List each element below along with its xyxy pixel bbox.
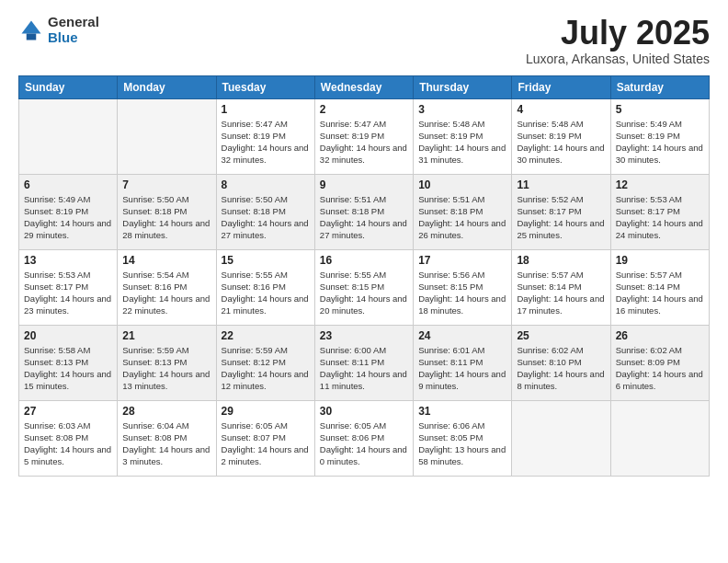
table-row: 1Sunrise: 5:47 AM Sunset: 8:19 PM Daylig… [216,98,314,174]
day-info: Sunrise: 5:53 AM Sunset: 8:17 PM Dayligh… [24,269,112,317]
table-row: 18Sunrise: 5:57 AM Sunset: 8:14 PM Dayli… [512,249,610,325]
day-number: 1 [222,103,310,116]
day-info: Sunrise: 5:49 AM Sunset: 8:19 PM Dayligh… [616,118,704,167]
day-number: 23 [320,329,408,342]
day-number: 12 [616,178,704,191]
calendar-week-row: 27Sunrise: 6:03 AM Sunset: 8:08 PM Dayli… [19,400,710,476]
day-info: Sunrise: 5:59 AM Sunset: 8:12 PM Dayligh… [222,344,310,393]
day-info: Sunrise: 6:02 AM Sunset: 8:09 PM Dayligh… [616,344,704,393]
table-row: 22Sunrise: 5:59 AM Sunset: 8:12 PM Dayli… [216,325,314,400]
table-row: 7Sunrise: 5:50 AM Sunset: 8:18 PM Daylig… [118,174,216,249]
day-info: Sunrise: 5:59 AM Sunset: 8:13 PM Dayligh… [122,344,210,393]
day-info: Sunrise: 5:51 AM Sunset: 8:18 PM Dayligh… [418,193,506,242]
day-info: Sunrise: 5:57 AM Sunset: 8:14 PM Dayligh… [517,269,605,317]
day-number: 9 [320,178,408,191]
table-row: 10Sunrise: 5:51 AM Sunset: 8:18 PM Dayli… [414,174,512,249]
day-number: 10 [418,178,506,191]
day-number: 5 [616,103,704,116]
day-info: Sunrise: 5:50 AM Sunset: 8:18 PM Dayligh… [122,193,210,242]
day-info: Sunrise: 5:53 AM Sunset: 8:17 PM Dayligh… [616,193,704,242]
day-number: 19 [616,254,704,267]
location: Luxora, Arkansas, United States [526,52,710,66]
month-title: July 2025 [526,15,710,52]
day-info: Sunrise: 5:51 AM Sunset: 8:18 PM Dayligh… [320,193,408,242]
day-info: Sunrise: 5:55 AM Sunset: 8:16 PM Dayligh… [222,269,310,317]
day-info: Sunrise: 6:05 AM Sunset: 8:07 PM Dayligh… [222,419,310,468]
col-monday: Monday [118,75,216,98]
day-info: Sunrise: 6:00 AM Sunset: 8:11 PM Dayligh… [320,344,408,393]
table-row: 26Sunrise: 6:02 AM Sunset: 8:09 PM Dayli… [610,325,709,400]
table-row: 13Sunrise: 5:53 AM Sunset: 8:17 PM Dayli… [19,249,118,325]
day-info: Sunrise: 5:52 AM Sunset: 8:17 PM Dayligh… [517,193,605,242]
day-number: 27 [24,405,112,418]
col-friday: Friday [512,75,610,98]
day-info: Sunrise: 5:50 AM Sunset: 8:18 PM Dayligh… [222,193,310,242]
logo: General Blue [18,15,99,45]
day-number: 21 [122,329,210,342]
table-row: 20Sunrise: 5:58 AM Sunset: 8:13 PM Dayli… [19,325,118,400]
col-thursday: Thursday [414,75,512,98]
day-info: Sunrise: 6:02 AM Sunset: 8:10 PM Dayligh… [517,344,605,393]
table-row [118,98,216,174]
col-saturday: Saturday [610,75,709,98]
day-info: Sunrise: 5:48 AM Sunset: 8:19 PM Dayligh… [418,118,506,167]
logo-text: General Blue [48,15,99,45]
day-number: 3 [418,103,506,116]
day-number: 20 [24,329,112,342]
header: General Blue July 2025 Luxora, Arkansas,… [18,15,710,66]
day-info: Sunrise: 5:47 AM Sunset: 8:19 PM Dayligh… [222,118,310,167]
table-row: 19Sunrise: 5:57 AM Sunset: 8:14 PM Dayli… [610,249,709,325]
day-number: 30 [320,405,408,418]
day-number: 29 [222,405,310,418]
calendar-week-row: 13Sunrise: 5:53 AM Sunset: 8:17 PM Dayli… [19,249,710,325]
title-block: July 2025 Luxora, Arkansas, United State… [526,15,710,66]
table-row [512,400,610,476]
table-row [19,98,118,174]
table-row: 16Sunrise: 5:55 AM Sunset: 8:15 PM Dayli… [314,249,413,325]
day-info: Sunrise: 5:55 AM Sunset: 8:15 PM Dayligh… [320,269,408,317]
day-number: 6 [24,178,112,191]
table-row: 2Sunrise: 5:47 AM Sunset: 8:19 PM Daylig… [314,98,413,174]
table-row: 14Sunrise: 5:54 AM Sunset: 8:16 PM Dayli… [118,249,216,325]
table-row: 31Sunrise: 6:06 AM Sunset: 8:05 PM Dayli… [414,400,512,476]
logo-blue: Blue [48,29,78,45]
calendar-week-row: 20Sunrise: 5:58 AM Sunset: 8:13 PM Dayli… [19,325,710,400]
table-row: 3Sunrise: 5:48 AM Sunset: 8:19 PM Daylig… [414,98,512,174]
day-info: Sunrise: 5:47 AM Sunset: 8:19 PM Dayligh… [320,118,408,167]
col-sunday: Sunday [19,75,118,98]
day-number: 8 [222,178,310,191]
day-info: Sunrise: 5:58 AM Sunset: 8:13 PM Dayligh… [24,344,112,393]
day-number: 13 [24,254,112,267]
logo-icon [18,17,44,43]
day-number: 26 [616,329,704,342]
table-row: 5Sunrise: 5:49 AM Sunset: 8:19 PM Daylig… [610,98,709,174]
day-number: 18 [517,254,605,267]
day-number: 15 [222,254,310,267]
table-row: 29Sunrise: 6:05 AM Sunset: 8:07 PM Dayli… [216,400,314,476]
day-info: Sunrise: 5:54 AM Sunset: 8:16 PM Dayligh… [122,269,210,317]
table-row: 28Sunrise: 6:04 AM Sunset: 8:08 PM Dayli… [118,400,216,476]
day-number: 14 [122,254,210,267]
logo-general: General [48,14,99,29]
table-row: 27Sunrise: 6:03 AM Sunset: 8:08 PM Dayli… [19,400,118,476]
table-row [610,400,709,476]
day-number: 28 [122,405,210,418]
table-row: 21Sunrise: 5:59 AM Sunset: 8:13 PM Dayli… [118,325,216,400]
svg-rect-2 [27,33,37,40]
day-number: 25 [517,329,605,342]
day-number: 11 [517,178,605,191]
table-row: 15Sunrise: 5:55 AM Sunset: 8:16 PM Dayli… [216,249,314,325]
day-info: Sunrise: 6:01 AM Sunset: 8:11 PM Dayligh… [418,344,506,393]
day-info: Sunrise: 5:48 AM Sunset: 8:19 PM Dayligh… [517,118,605,167]
table-row: 6Sunrise: 5:49 AM Sunset: 8:19 PM Daylig… [19,174,118,249]
calendar-table: Sunday Monday Tuesday Wednesday Thursday… [18,75,710,477]
day-number: 17 [418,254,506,267]
table-row: 17Sunrise: 5:56 AM Sunset: 8:15 PM Dayli… [414,249,512,325]
day-info: Sunrise: 6:05 AM Sunset: 8:06 PM Dayligh… [320,419,408,468]
calendar-header-row: Sunday Monday Tuesday Wednesday Thursday… [19,75,710,98]
day-number: 16 [320,254,408,267]
day-number: 24 [418,329,506,342]
day-number: 2 [320,103,408,116]
day-number: 4 [517,103,605,116]
table-row: 25Sunrise: 6:02 AM Sunset: 8:10 PM Dayli… [512,325,610,400]
